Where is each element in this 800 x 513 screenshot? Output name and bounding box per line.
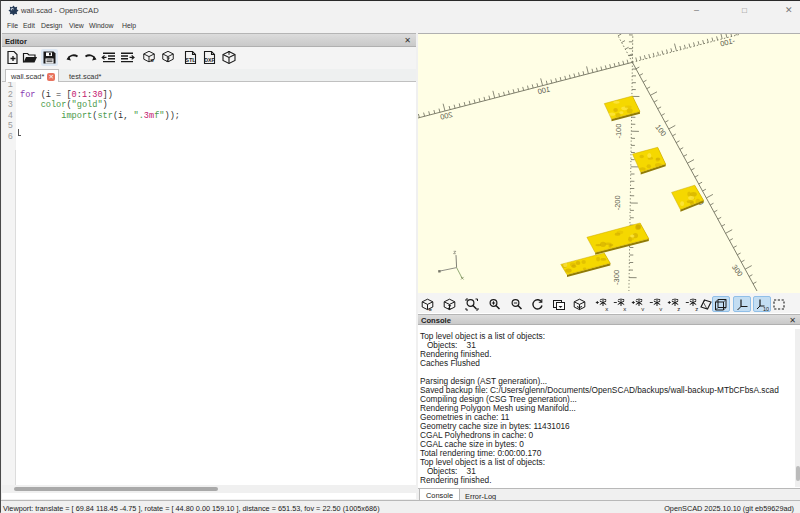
svg-text:y: y xyxy=(641,305,644,310)
svg-text:x: x xyxy=(605,305,608,310)
svg-text:300: 300 xyxy=(730,263,745,278)
svg-text:100: 100 xyxy=(537,84,551,96)
svg-text:100: 100 xyxy=(653,123,668,138)
svg-text:x: x xyxy=(623,305,626,310)
svg-text:»: » xyxy=(428,305,432,310)
svg-text:STL: STL xyxy=(185,57,196,63)
svg-text:y: y xyxy=(659,305,662,310)
svg-text:z: z xyxy=(677,305,680,310)
svg-text:»: » xyxy=(150,57,154,64)
svg-text:200: 200 xyxy=(439,110,453,122)
svg-text:DXF: DXF xyxy=(204,57,214,63)
svg-text:-200: -200 xyxy=(613,195,622,210)
svg-text:-100: -100 xyxy=(614,124,623,139)
svg-text:-300: -300 xyxy=(612,270,621,285)
svg-text:10: 10 xyxy=(763,305,769,310)
